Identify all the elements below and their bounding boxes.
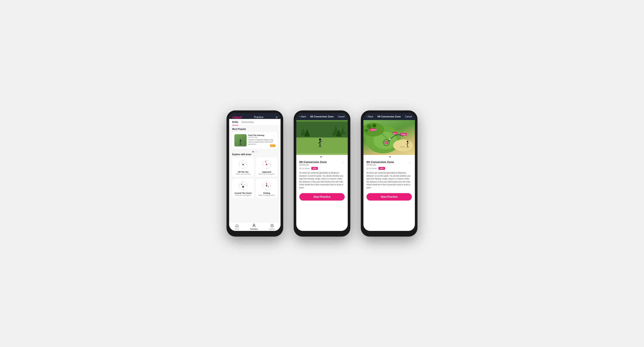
dot-3 <box>256 151 258 152</box>
svg-point-7 <box>243 160 244 161</box>
drill-header-title: 6ft Conversion Zone <box>310 115 334 118</box>
arg-badge: ARG <box>311 167 318 170</box>
cancel-button[interactable]: Cancel <box>338 115 345 118</box>
svg-point-40 <box>268 186 269 187</box>
start-practice-button[interactable]: Start Practice <box>299 193 345 201</box>
image-dots <box>296 155 348 158</box>
img-dot-3-2 <box>390 156 391 157</box>
skill-name-arg: Around The Green <box>234 192 252 194</box>
skill-desc-ott: Power and accuracy <box>236 173 250 175</box>
phone-2-screen: < Back 6ft Conversion Zone Cancel <box>296 113 348 231</box>
shot-count: ⏱ 10 shots <box>234 145 243 147</box>
nav-activities-label: Activities <box>250 228 258 230</box>
drill-description: 20 shots are randomly generated at dista… <box>299 172 345 189</box>
svg-point-10 <box>246 164 247 165</box>
dot-1 <box>252 151 254 152</box>
timer-icon <box>299 167 302 170</box>
svg-point-78 <box>407 141 408 142</box>
skill-desc-approach: Dial-in to hit the green <box>258 173 274 175</box>
drill-image <box>296 120 348 155</box>
back-button[interactable]: < Back <box>299 115 306 118</box>
favorite-star-icon[interactable]: ☆ <box>342 160 345 165</box>
img-dot-2 <box>322 156 324 157</box>
clock-icon: ⏱ <box>234 145 236 147</box>
shot-count: 20 shots <box>299 167 310 170</box>
tab-favourites[interactable]: Favourites <box>242 119 254 126</box>
capture-icon <box>270 224 274 228</box>
drill-header-title-3: 6ft Conversion Zone <box>378 115 401 118</box>
header-title: Practice <box>254 116 263 119</box>
skill-name-approach: Approach <box>262 171 271 173</box>
arg-icon <box>238 180 248 191</box>
card-desc: Create an imaginary fairway using trees … <box>248 139 275 145</box>
svg-text:Hit: Hit <box>385 142 387 144</box>
svg-point-68 <box>365 129 368 132</box>
svg-rect-46 <box>296 138 348 153</box>
svg-text:SAND: SAND <box>400 146 405 148</box>
explore-title: Explore skill areas <box>232 153 278 156</box>
phone1-header: clippd Practice ≡ <box>229 113 280 119</box>
svg-point-9 <box>239 164 240 165</box>
svg-point-43 <box>270 224 274 227</box>
ott-icon <box>238 159 248 170</box>
svg-point-31 <box>244 184 245 185</box>
drill-map-image: SAND FAIRWAY ROUGH <box>364 120 415 155</box>
drill-description-3: 20 shots are randomly generated at dista… <box>366 172 412 189</box>
nav-capture[interactable]: Capture <box>269 224 275 230</box>
featured-drill-card[interactable]: Find The Fairway Off The Tee Create an i… <box>232 132 278 149</box>
svg-point-0 <box>240 139 241 141</box>
cancel-button-3[interactable]: Cancel <box>405 115 412 118</box>
svg-point-25 <box>243 182 244 182</box>
card-name: Find The Fairway <box>248 134 275 136</box>
nav-home[interactable]: Home <box>234 224 239 230</box>
practice-content: Most Popular <box>229 126 280 222</box>
phone-1-screen: clippd Practice ≡ Drills Favourites Most… <box>229 113 280 231</box>
drill-meta: 20 shots ARG <box>299 167 345 170</box>
svg-point-23 <box>265 161 266 162</box>
svg-point-24 <box>239 181 248 190</box>
favorite-icon[interactable]: ☆ <box>272 134 275 138</box>
svg-point-28 <box>246 185 247 186</box>
svg-point-36 <box>262 185 263 186</box>
svg-point-66 <box>367 124 372 129</box>
skill-card-arg[interactable]: Around The Green Hone your short game <box>232 179 254 198</box>
nav-home-label: Home <box>234 228 239 230</box>
menu-icon[interactable]: ≡ <box>276 115 278 119</box>
card-footer: ⏱ 10 shots OTT <box>234 144 275 147</box>
skill-name-ott: Off The Tee <box>238 171 248 173</box>
svg-point-16 <box>266 160 267 161</box>
phone3-header: < Back 6ft Conversion Zone Cancel <box>364 113 415 120</box>
skill-grid: Off The Tee Power and accuracy <box>232 157 278 198</box>
putting-icon <box>261 180 272 191</box>
image-dots-3 <box>364 155 415 158</box>
tabs-bar: Drills Favourites <box>229 119 280 126</box>
golf-photo-bg <box>296 120 348 155</box>
svg-point-19 <box>270 164 271 165</box>
favorite-star-icon-3[interactable]: ☆ <box>409 160 412 165</box>
home-indicator-3 <box>380 232 398 233</box>
svg-point-8 <box>243 168 244 169</box>
svg-point-63 <box>393 139 413 151</box>
svg-point-67 <box>372 124 376 127</box>
skill-desc-arg: Hone your short game <box>235 194 251 196</box>
category-badge: OTT <box>270 144 275 147</box>
phone2-header: < Back 6ft Conversion Zone Cancel <box>296 113 348 120</box>
yardage-3: 10-50 yds <box>366 164 412 166</box>
back-button-3[interactable]: < Back <box>366 115 373 118</box>
tab-drills[interactable]: Drills <box>232 119 238 126</box>
svg-point-34 <box>266 182 267 182</box>
svg-point-35 <box>266 189 267 190</box>
nav-activities[interactable]: Activities <box>250 224 258 230</box>
start-practice-button-3[interactable]: Start Practice <box>366 193 412 201</box>
skill-name-putting: Putting <box>263 192 270 194</box>
svg-line-2 <box>239 142 240 143</box>
svg-point-18 <box>262 164 263 165</box>
skill-card-putting[interactable]: Putting Make and lag practice <box>256 179 278 198</box>
svg-point-52 <box>319 139 321 141</box>
app-logo: clippd <box>232 115 242 119</box>
skill-card-ott[interactable]: Off The Tee Power and accuracy <box>232 157 254 177</box>
drill-name: 6ft Conversion Zone <box>299 160 345 164</box>
carousel-dots <box>232 150 278 153</box>
trees-overlay <box>296 120 348 155</box>
skill-card-approach[interactable]: Approach Dial-in to hit the green <box>256 157 278 177</box>
